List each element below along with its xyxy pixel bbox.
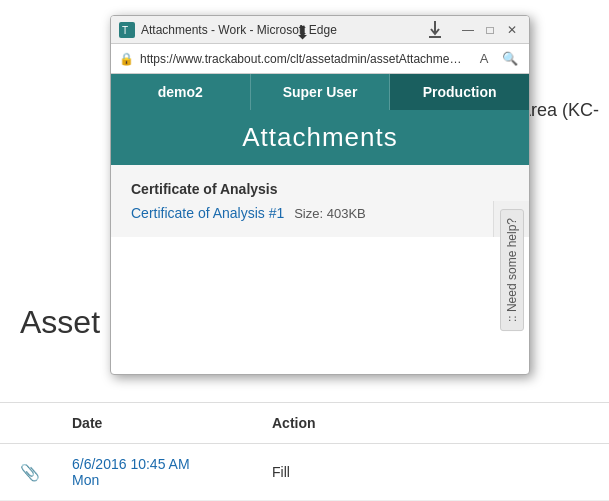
- browser-window: T Attachments - Work - Microsoft Edge — …: [110, 15, 530, 375]
- bg-table-header: Date Action: [0, 402, 609, 444]
- address-url[interactable]: https://www.trackabout.com/clt/assetadmi…: [140, 52, 467, 66]
- section-title: Certificate of Analysis: [131, 181, 509, 197]
- col-date-value[interactable]: 6/6/2016 10:45 AMMon: [60, 452, 260, 492]
- reader-mode-button[interactable]: A: [473, 48, 495, 70]
- attachment-row: Certificate of Analysis #1 Size: 403KB: [131, 205, 509, 221]
- browser-favicon: T: [119, 22, 135, 38]
- lock-icon: 🔒: [119, 52, 134, 66]
- col-attachment-icon: 📎: [0, 459, 60, 486]
- bg-table: Date Action 📎 6/6/2016 10:45 AMMon Fill: [0, 402, 609, 501]
- attachment-size: Size: 403KB: [294, 206, 366, 221]
- title-bar-controls: — □ ✕: [459, 21, 521, 39]
- zoom-button[interactable]: 🔍: [499, 48, 521, 70]
- page-title: Attachments: [111, 122, 529, 153]
- paperclip-icon: 📎: [20, 463, 40, 482]
- address-bar: 🔒 https://www.trackabout.com/clt/assetad…: [111, 44, 529, 74]
- main-content: Certificate of Analysis Certificate of A…: [111, 165, 529, 237]
- nav-tabs: demo2 Super User Production: [111, 74, 529, 110]
- title-bar: T Attachments - Work - Microsoft Edge — …: [111, 16, 529, 44]
- table-row: 📎 6/6/2016 10:45 AMMon Fill: [0, 444, 609, 501]
- maximize-button[interactable]: □: [481, 21, 499, 39]
- col-icon-header: [0, 411, 60, 435]
- help-sidebar[interactable]: :: Need some help?: [493, 201, 529, 237]
- address-icons: A 🔍: [473, 48, 521, 70]
- col-action-value: Fill: [260, 460, 302, 484]
- nav-tab-super-user[interactable]: Super User: [251, 74, 391, 110]
- attachment-link[interactable]: Certificate of Analysis #1: [131, 205, 284, 221]
- col-action-header: Action: [260, 411, 328, 435]
- help-text[interactable]: :: Need some help?: [500, 209, 524, 331]
- col-date-header: Date: [60, 411, 260, 435]
- nav-tab-production[interactable]: Production: [390, 74, 529, 110]
- browser-title: Attachments - Work - Microsoft Edge: [141, 23, 427, 37]
- page-header: Attachments: [111, 110, 529, 165]
- download-icon: [427, 20, 443, 40]
- minimize-button[interactable]: —: [459, 21, 477, 39]
- nav-tab-demo2[interactable]: demo2: [111, 74, 251, 110]
- close-button[interactable]: ✕: [503, 21, 521, 39]
- svg-text:T: T: [122, 25, 128, 36]
- download-area: [427, 20, 443, 40]
